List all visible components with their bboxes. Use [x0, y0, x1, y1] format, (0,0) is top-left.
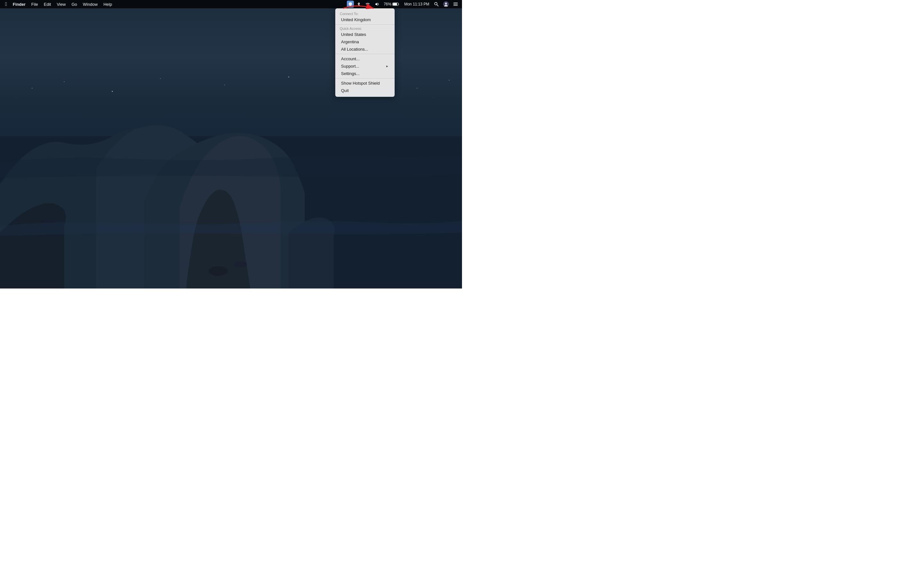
svg-point-11 — [449, 80, 449, 81]
support-label: Support... — [341, 64, 359, 69]
united-states-label: United States — [341, 32, 366, 37]
bluetooth-icon[interactable] — [355, 1, 362, 7]
svg-rect-17 — [393, 3, 397, 5]
battery-indicator: 76% — [382, 1, 401, 7]
settings-label: Settings... — [341, 71, 360, 76]
hotspot-shield-menubar-icon[interactable] — [347, 1, 354, 8]
all-locations-label: All Locations... — [341, 47, 368, 52]
help-menu[interactable]: Help — [101, 1, 115, 7]
svg-point-1 — [208, 266, 228, 276]
menubar-left:  Finder File Edit View Go Window Help — [3, 1, 115, 8]
quick-access-section: Quick Access: United States Argentina Al… — [335, 24, 395, 54]
menubar:  Finder File Edit View Go Window Help — [0, 0, 462, 8]
svg-rect-16 — [398, 3, 399, 5]
actions-section: Account... Support... ► Settings... — [335, 54, 395, 78]
menu-clock[interactable]: Mon 11:13 PM — [402, 1, 431, 7]
quit-label: Quit — [341, 88, 349, 93]
svg-point-10 — [417, 88, 417, 89]
svg-point-6 — [160, 78, 161, 79]
quick-access-label: Quick Access: — [335, 26, 395, 31]
wifi-icon[interactable] — [363, 2, 372, 7]
connect-to-label: Connect To: — [335, 11, 395, 16]
bottom-section: Show Hotspot Shield Quit — [335, 78, 395, 95]
hotspot-shield-dropdown: Connect To: United Kingdom Quick Access:… — [335, 8, 395, 97]
quick-access-argentina[interactable]: Argentina — [336, 38, 393, 45]
svg-point-8 — [288, 77, 289, 77]
connect-to-section: Connect To: United Kingdom — [335, 10, 395, 24]
connected-location-value: United Kingdom — [341, 17, 371, 22]
edit-menu[interactable]: Edit — [41, 1, 53, 7]
svg-point-2 — [234, 261, 247, 268]
svg-point-21 — [445, 3, 447, 5]
quick-access-united-states[interactable]: United States — [336, 31, 393, 38]
file-menu[interactable]: File — [29, 1, 41, 7]
user-icon[interactable] — [441, 1, 451, 8]
quit-item[interactable]: Quit — [336, 87, 393, 94]
terrain-overlay — [0, 72, 462, 288]
account-menu-item[interactable]: Account... — [336, 55, 393, 63]
settings-menu-item[interactable]: Settings... — [336, 70, 393, 77]
connected-location[interactable]: United Kingdom — [336, 16, 393, 23]
finder-menu[interactable]: Finder — [10, 1, 28, 7]
argentina-label: Argentina — [341, 39, 359, 44]
support-menu-item[interactable]: Support... ► — [336, 63, 393, 70]
window-menu[interactable]: Window — [80, 1, 100, 7]
show-hotspot-shield-item[interactable]: Show Hotspot Shield — [336, 79, 393, 87]
spotlight-icon[interactable] — [433, 1, 440, 7]
menubar-right: 76% Mon 11:13 PM — [347, 1, 459, 8]
submenu-arrow-icon: ► — [386, 64, 389, 68]
account-label: Account... — [341, 56, 360, 61]
go-menu[interactable]: Go — [69, 1, 79, 7]
battery-percent: 76% — [384, 2, 391, 6]
svg-point-13 — [433, 98, 433, 98]
quick-access-all-locations[interactable]: All Locations... — [336, 45, 393, 53]
notification-center-icon[interactable] — [452, 2, 459, 7]
svg-point-3 — [32, 88, 32, 89]
show-hotspot-shield-label: Show Hotspot Shield — [341, 81, 380, 85]
svg-point-4 — [64, 81, 65, 82]
apple-menu[interactable]:  — [3, 1, 10, 8]
svg-line-19 — [437, 5, 439, 6]
svg-point-12 — [16, 98, 16, 98]
svg-point-5 — [112, 91, 113, 92]
view-menu[interactable]: View — [54, 1, 68, 7]
volume-icon[interactable] — [373, 2, 381, 7]
svg-point-7 — [224, 85, 225, 85]
